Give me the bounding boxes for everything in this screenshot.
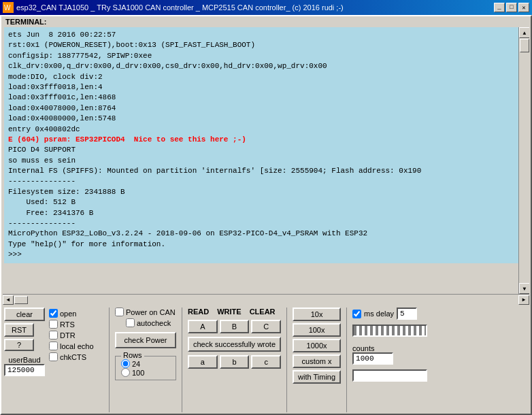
terminal-line: entry 0x400802dc (8, 124, 514, 135)
dtr-checkbox[interactable] (49, 331, 58, 339)
btn-c[interactable]: c (251, 355, 281, 369)
open-label: open (60, 310, 76, 318)
counts-dashed-field (352, 369, 427, 382)
terminal-line: E (604) psram: ESP32PICOD4 Nice to see t… (8, 135, 514, 145)
rwc-header: READ WRITE CLEAR (188, 308, 281, 316)
row-24-radio-input[interactable] (121, 359, 130, 368)
rst-button[interactable]: RST (4, 323, 34, 337)
terminal-line: Filesystem size: 2341888 B (8, 187, 514, 197)
open-checkbox-row: open (49, 309, 103, 318)
rts-checkbox[interactable] (49, 320, 58, 329)
btn-C[interactable]: C (251, 320, 281, 333)
row-100-radio-input[interactable] (121, 368, 130, 377)
power-can-checkbox[interactable] (115, 308, 124, 316)
terminal-line: load:0x40080000,len:5748 (8, 114, 514, 124)
terminal-line: clk_drv:0x00,q_drv:0x00,d_drv:0x00,cs0_d… (8, 61, 514, 71)
terminal-line: --------------- (8, 218, 514, 229)
terminal-line: Free: 2341376 B (8, 208, 514, 218)
q-button[interactable]: ? (4, 339, 34, 351)
ms-delay-row: ms delay (352, 308, 427, 320)
autocheck-checkbox[interactable] (126, 318, 135, 327)
dashed-field (352, 325, 427, 337)
terminal-line: Internal FS (SPIFFS): Mounted on partiti… (8, 166, 514, 176)
terminal-label: TERMINAL: (1, 16, 531, 27)
rows-legend: Rows (121, 351, 144, 359)
h-scroll-thumb[interactable] (14, 296, 28, 304)
check-wrote-button[interactable]: check successfully wrote (188, 337, 281, 352)
terminal-output[interactable]: ets Jun 8 2016 00:22:57rst:0x1 (POWERON_… (4, 27, 528, 263)
scroll-left-button[interactable]: ◄ (3, 295, 14, 305)
dtr-label: DTR (60, 331, 76, 339)
userbaud-label: userBaud (4, 356, 45, 364)
ms-delay-checkbox[interactable] (352, 310, 361, 318)
close-button[interactable]: ✕ (518, 3, 529, 12)
dtr-checkbox-row: DTR (49, 331, 103, 339)
terminal-line: mode:DIO, clock div:2 (8, 72, 514, 82)
col-multipliers: 10x 100x 1000x custom x with Timing (293, 308, 341, 384)
terminal-line: so muss es sein (8, 156, 514, 166)
ms-delay-input[interactable] (397, 308, 417, 320)
terminal-line: --------------- (8, 176, 514, 186)
abc-lower-buttons-row: a b c (188, 355, 281, 369)
abc-buttons-row: A B C (188, 320, 281, 333)
localecho-checkbox[interactable] (49, 342, 58, 350)
title-bar: W esp32_CAN TJA1050 _ TRy SJA1000 CAN co… (0, 0, 532, 15)
power-can-checkbox-row: Power on CAN (115, 308, 176, 316)
horizontal-scrollbar[interactable]: ◄ ► (3, 294, 529, 305)
scroll-up-button[interactable]: ▲ (519, 27, 529, 38)
maximize-button[interactable]: □ (506, 3, 517, 12)
scroll-down-button[interactable]: ▼ (519, 283, 529, 294)
terminal-line: MicroPython ESP32_LoBo_v3.2.24 - 2018-09… (8, 229, 514, 239)
counts-input[interactable] (352, 352, 393, 365)
read-label: READ (188, 308, 209, 316)
svg-text:W: W (4, 4, 11, 12)
chkcts-checkbox-row: chkCTS (49, 352, 103, 361)
terminal-line: load:0x3fff001c,len:4868 (8, 93, 514, 103)
scroll-right-button[interactable]: ► (518, 295, 529, 305)
chkcts-checkbox[interactable] (49, 352, 58, 361)
separator-3 (286, 308, 287, 412)
rts-checkbox-row: RTS (49, 320, 103, 329)
btn-A[interactable]: A (188, 320, 218, 333)
baud-input[interactable] (4, 364, 45, 376)
app-icon: W (3, 2, 14, 13)
terminal-line: load:0x40078000,len:8764 (8, 103, 514, 114)
btn-10x[interactable]: 10x (293, 308, 341, 321)
chkcts-label: chkCTS (60, 353, 86, 361)
btn-B[interactable]: B (220, 320, 250, 333)
terminal-line: >>> (8, 250, 514, 260)
btn-a[interactable]: a (188, 355, 218, 369)
title-text: esp32_CAN TJA1050 _ TRy SJA1000 CAN cont… (16, 3, 344, 12)
progress-bar-area (352, 325, 427, 337)
btn-b[interactable]: b (220, 355, 250, 369)
autocheck-checkbox-row: autocheck (115, 318, 176, 327)
minimize-button[interactable]: _ (494, 3, 505, 12)
btn-with-timing[interactable]: with Timing (293, 370, 341, 384)
row-100-radio: 100 (121, 368, 170, 377)
btn-custom-x[interactable]: custom x (293, 354, 341, 368)
separator-4 (346, 308, 347, 412)
terminal-line: Type "help()" for more information. (8, 239, 514, 250)
col-power: Power on CAN autocheck check Power Rows … (115, 308, 176, 380)
rts-label: RTS (60, 320, 75, 329)
vertical-scrollbar[interactable]: ▲ ▼ (518, 27, 529, 294)
main-window: TERMINAL: ets Jun 8 2016 00:22:57rst:0x1… (0, 15, 532, 415)
scroll-thumb[interactable] (520, 39, 529, 52)
counts-progress-area (352, 369, 427, 382)
btn-100x[interactable]: 100x (293, 323, 341, 337)
terminal-line: rst:0x1 (POWERON_RESET),boot:0x13 (SPI_F… (8, 40, 514, 50)
btn-1000x[interactable]: 1000x (293, 339, 341, 352)
rows-group: Rows 24 100 (115, 356, 176, 380)
terminal-line: ets Jun 8 2016 00:22:57 (8, 30, 514, 40)
ms-delay-label: ms delay (364, 310, 394, 318)
localecho-checkbox-row: local echo (49, 342, 103, 350)
open-checkbox[interactable] (49, 309, 58, 318)
col-left: clear RST ? userBaud (4, 308, 45, 376)
row-24-label: 24 (132, 360, 140, 368)
check-power-button[interactable]: check Power (115, 332, 176, 348)
clear-label: CLEAR (250, 308, 276, 316)
separator-2 (182, 308, 182, 412)
col-delay: ms delay counts (352, 308, 427, 382)
counts-label: counts (352, 344, 427, 352)
clear-button[interactable]: clear (4, 308, 45, 321)
